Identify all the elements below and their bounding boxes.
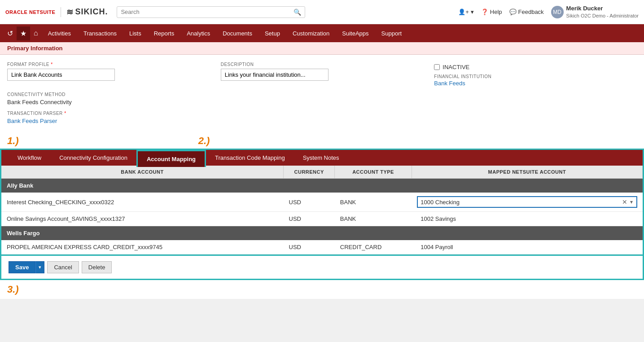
tab-transaction-code-mapping[interactable]: Transaction Code Mapping — [206, 150, 294, 166]
search-icon-button[interactable]: 🔍 — [294, 9, 301, 16]
nav-customization[interactable]: Customization — [286, 26, 336, 41]
connectivity-method-field: CONNECTIVITY METHOD Bank Feeds Connectiv… — [7, 92, 210, 105]
nav-transactions[interactable]: Transactions — [77, 26, 123, 41]
nav-analytics[interactable]: Analytics — [180, 26, 216, 41]
user-name: Merik Ducker — [566, 5, 639, 13]
feedback-label: Feedback — [518, 9, 544, 15]
sikich-icon: ≋ — [66, 7, 73, 17]
description-label: DESCRIPTION — [221, 62, 424, 67]
currency-cell: USD — [284, 212, 335, 226]
primary-info-body: FORMAT PROFILE * DESCRIPTION INACTIVE FI… — [0, 55, 644, 132]
mapped-account-cell[interactable]: 1000 Checking ✕ ▾ — [412, 193, 642, 212]
currency-cell: USD — [284, 240, 335, 254]
table-row: Interest Checking_CHECKING_xxxx0322 USD … — [1, 193, 643, 212]
table-group-row: Wells Fargo — [1, 226, 643, 241]
group-name: Wells Fargo — [1, 226, 412, 241]
table-container: BANK ACCOUNT CURRENCY ACCOUNT TYPE MAPPE… — [0, 166, 644, 256]
annotation-1: 1.) — [7, 135, 19, 147]
mapped-account-cell: 1002 Savings — [412, 212, 642, 226]
description-field: DESCRIPTION — [221, 62, 424, 87]
empty-field-2 — [434, 92, 637, 105]
format-profile-input[interactable] — [7, 69, 115, 81]
nav-bar: ↺ ★ ⌂ Activities Transactions Lists Repo… — [0, 24, 644, 42]
nav-star-button[interactable]: ★ — [17, 26, 30, 40]
nav-activities[interactable]: Activities — [42, 26, 77, 41]
mapped-select[interactable]: 1000 Checking ✕ ▾ — [417, 196, 637, 208]
transaction-parser-field: TRANSACTION PARSER * Bank Feeds Parser — [7, 111, 210, 124]
form-grid: FORMAT PROFILE * DESCRIPTION INACTIVE FI… — [7, 62, 637, 124]
sikich-logo: ≋ SIKICH. — [61, 7, 108, 17]
nav-back-button[interactable]: ↺ — [4, 26, 17, 40]
account-type-cell: CREDIT_CARD — [335, 240, 412, 254]
mapped-clear-button[interactable]: ✕ — [620, 198, 629, 206]
account-type-cell: BANK — [335, 212, 412, 226]
inactive-check-group: INACTIVE — [434, 64, 637, 70]
main-content: Primary Information FORMAT PROFILE * DES… — [0, 42, 644, 299]
format-profile-label: FORMAT PROFILE * — [7, 62, 210, 67]
annotation-2: 2.) — [198, 135, 210, 147]
tab-connectivity-configuration[interactable]: Connectivity Configuration — [50, 150, 136, 166]
bank-account-cell: Online Savings Account_SAVINGS_xxxx1327 — [1, 212, 284, 226]
tab-account-mapping[interactable]: Account Mapping — [136, 150, 206, 167]
col-header-mapped: MAPPED NETSUITE ACCOUNT — [412, 166, 642, 179]
annotation-row-3: 3.) — [0, 280, 644, 299]
mapped-account-value: 1000 Checking — [421, 199, 620, 206]
tab-system-notes[interactable]: System Notes — [294, 150, 348, 166]
add-shortcut-button[interactable]: 👤+ ▾ — [458, 9, 474, 15]
add-shortcut-arrow: ▾ — [471, 9, 474, 15]
required-star: * — [51, 62, 53, 67]
sikich-text: SIKICH. — [75, 7, 108, 17]
nav-documents[interactable]: Documents — [216, 26, 258, 41]
table-row: PROPEL AMERICAN EXPRESS CARD_CREDIT_xxxx… — [1, 240, 643, 254]
nav-home-button[interactable]: ⌂ — [30, 26, 42, 40]
help-button[interactable]: ❓ Help — [481, 9, 502, 15]
nav-reports[interactable]: Reports — [148, 26, 181, 41]
connectivity-method-label: CONNECTIVITY METHOD — [7, 92, 210, 97]
save-button[interactable]: Save — [9, 261, 35, 273]
connectivity-method-value: Bank Feeds Connectivity — [7, 99, 210, 105]
help-icon: ❓ — [481, 9, 488, 15]
account-mapping-table: BANK ACCOUNT CURRENCY ACCOUNT TYPE MAPPE… — [1, 166, 643, 254]
account-type-cell: BANK — [335, 193, 412, 212]
nav-suiteapps[interactable]: SuiteApps — [336, 26, 375, 41]
save-dropdown-button[interactable]: ▾ — [35, 261, 44, 273]
search-input[interactable] — [121, 9, 294, 15]
mapped-dropdown-button[interactable]: ▾ — [629, 199, 634, 205]
inactive-checkbox[interactable] — [434, 64, 440, 70]
annotation-row-1-2: 1.) 2.) — [0, 132, 644, 149]
description-input[interactable] — [221, 69, 329, 81]
nav-support[interactable]: Support — [375, 26, 408, 41]
oracle-netsuite-logo: ORACLE NETSUITE — [5, 9, 55, 15]
primary-info-header: Primary Information — [0, 42, 644, 55]
group-name: Ally Bank — [1, 179, 412, 193]
transaction-parser-link[interactable]: Bank Feeds Parser — [7, 118, 57, 124]
annotation-3: 3.) — [7, 284, 19, 295]
user-role: Sikich O2C Demo - Administrator — [566, 13, 639, 19]
inactive-field: INACTIVE FINANCIAL INSTITUTION Bank Feed… — [434, 62, 637, 87]
mapped-account-cell: 1004 Payroll — [412, 240, 642, 254]
top-bar: ORACLE NETSUITE ≋ SIKICH. 🔍 👤+ ▾ ❓ Help … — [0, 0, 644, 24]
user-info: Merik Ducker Sikich O2C Demo - Administr… — [566, 5, 639, 19]
delete-button[interactable]: Delete — [82, 261, 112, 273]
help-label: Help — [490, 9, 502, 15]
financial-institution-label: FINANCIAL INSTITUTION — [434, 74, 637, 79]
nav-setup[interactable]: Setup — [258, 26, 286, 41]
col-header-currency: CURRENCY — [284, 166, 335, 179]
feedback-icon: 💬 — [509, 9, 517, 15]
bank-account-cell: PROPEL AMERICAN EXPRESS CARD_CREDIT_xxxx… — [1, 240, 284, 254]
user-menu[interactable]: MD Merik Ducker Sikich O2C Demo - Admini… — [551, 5, 639, 19]
tab-bar: Workflow Connectivity Configuration Acco… — [0, 149, 644, 166]
avatar: MD — [551, 6, 564, 18]
col-header-bank-account: BANK ACCOUNT — [1, 166, 284, 179]
tab-workflow[interactable]: Workflow — [9, 150, 50, 166]
feedback-button[interactable]: 💬 Feedback — [509, 9, 544, 15]
mapped-account-value: 1002 Savings — [417, 213, 460, 224]
cancel-button[interactable]: Cancel — [47, 261, 79, 273]
search-box[interactable]: 🔍 — [117, 6, 305, 18]
add-shortcut-icon: 👤+ — [458, 9, 469, 15]
nav-lists[interactable]: Lists — [123, 26, 148, 41]
col-header-account-type: ACCOUNT TYPE — [335, 166, 412, 179]
action-bar: Save ▾ Cancel Delete — [0, 256, 644, 280]
financial-institution-link[interactable]: Bank Feeds — [434, 80, 465, 87]
table-wrapper: BANK ACCOUNT CURRENCY ACCOUNT TYPE MAPPE… — [1, 166, 643, 254]
